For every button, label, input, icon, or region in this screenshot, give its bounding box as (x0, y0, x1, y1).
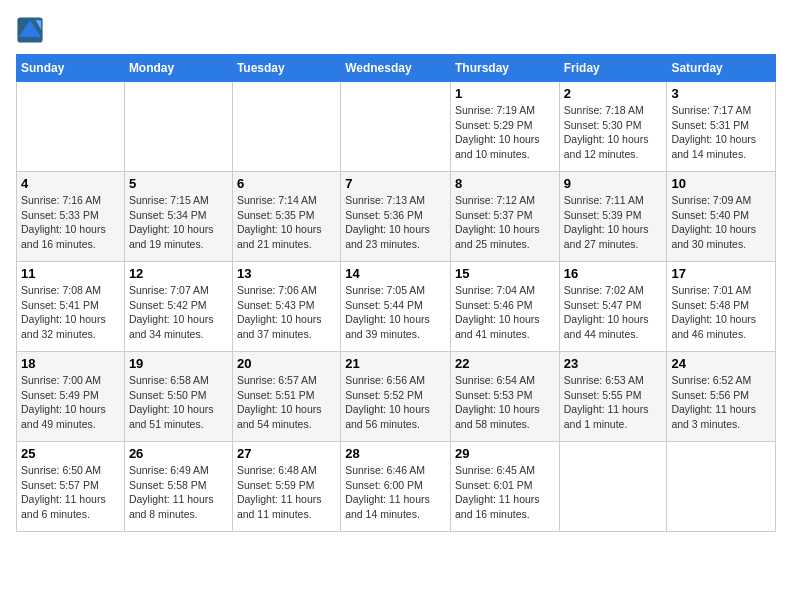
day-number: 21 (345, 356, 446, 371)
day-info: Sunrise: 7:18 AMSunset: 5:30 PMDaylight:… (564, 103, 663, 162)
calendar-cell: 20Sunrise: 6:57 AMSunset: 5:51 PMDayligh… (232, 352, 340, 442)
day-info: Sunrise: 6:48 AMSunset: 5:59 PMDaylight:… (237, 463, 336, 522)
calendar-week-4: 18Sunrise: 7:00 AMSunset: 5:49 PMDayligh… (17, 352, 776, 442)
day-info: Sunrise: 7:17 AMSunset: 5:31 PMDaylight:… (671, 103, 771, 162)
day-number: 18 (21, 356, 120, 371)
day-number: 3 (671, 86, 771, 101)
calendar-cell (124, 82, 232, 172)
calendar-cell: 3Sunrise: 7:17 AMSunset: 5:31 PMDaylight… (667, 82, 776, 172)
day-info: Sunrise: 7:13 AMSunset: 5:36 PMDaylight:… (345, 193, 446, 252)
calendar-cell: 25Sunrise: 6:50 AMSunset: 5:57 PMDayligh… (17, 442, 125, 532)
day-number: 5 (129, 176, 228, 191)
day-info: Sunrise: 6:58 AMSunset: 5:50 PMDaylight:… (129, 373, 228, 432)
day-number: 24 (671, 356, 771, 371)
day-number: 17 (671, 266, 771, 281)
day-info: Sunrise: 7:14 AMSunset: 5:35 PMDaylight:… (237, 193, 336, 252)
day-info: Sunrise: 7:08 AMSunset: 5:41 PMDaylight:… (21, 283, 120, 342)
day-info: Sunrise: 7:04 AMSunset: 5:46 PMDaylight:… (455, 283, 555, 342)
calendar-table: SundayMondayTuesdayWednesdayThursdayFrid… (16, 54, 776, 532)
calendar-cell: 15Sunrise: 7:04 AMSunset: 5:46 PMDayligh… (450, 262, 559, 352)
calendar-cell: 27Sunrise: 6:48 AMSunset: 5:59 PMDayligh… (232, 442, 340, 532)
calendar-cell: 4Sunrise: 7:16 AMSunset: 5:33 PMDaylight… (17, 172, 125, 262)
day-number: 20 (237, 356, 336, 371)
calendar-week-1: 1Sunrise: 7:19 AMSunset: 5:29 PMDaylight… (17, 82, 776, 172)
day-number: 4 (21, 176, 120, 191)
calendar-cell (559, 442, 667, 532)
day-info: Sunrise: 7:05 AMSunset: 5:44 PMDaylight:… (345, 283, 446, 342)
day-info: Sunrise: 7:02 AMSunset: 5:47 PMDaylight:… (564, 283, 663, 342)
day-info: Sunrise: 6:45 AMSunset: 6:01 PMDaylight:… (455, 463, 555, 522)
calendar-cell (341, 82, 451, 172)
calendar-cell: 29Sunrise: 6:45 AMSunset: 6:01 PMDayligh… (450, 442, 559, 532)
calendar-cell: 23Sunrise: 6:53 AMSunset: 5:55 PMDayligh… (559, 352, 667, 442)
col-header-monday: Monday (124, 55, 232, 82)
day-number: 12 (129, 266, 228, 281)
day-info: Sunrise: 7:19 AMSunset: 5:29 PMDaylight:… (455, 103, 555, 162)
calendar-cell: 2Sunrise: 7:18 AMSunset: 5:30 PMDaylight… (559, 82, 667, 172)
day-info: Sunrise: 7:01 AMSunset: 5:48 PMDaylight:… (671, 283, 771, 342)
day-info: Sunrise: 7:16 AMSunset: 5:33 PMDaylight:… (21, 193, 120, 252)
calendar-cell: 14Sunrise: 7:05 AMSunset: 5:44 PMDayligh… (341, 262, 451, 352)
day-number: 19 (129, 356, 228, 371)
calendar-cell: 8Sunrise: 7:12 AMSunset: 5:37 PMDaylight… (450, 172, 559, 262)
calendar-cell: 11Sunrise: 7:08 AMSunset: 5:41 PMDayligh… (17, 262, 125, 352)
col-header-saturday: Saturday (667, 55, 776, 82)
calendar-cell: 17Sunrise: 7:01 AMSunset: 5:48 PMDayligh… (667, 262, 776, 352)
day-info: Sunrise: 6:57 AMSunset: 5:51 PMDaylight:… (237, 373, 336, 432)
calendar-cell: 18Sunrise: 7:00 AMSunset: 5:49 PMDayligh… (17, 352, 125, 442)
day-number: 29 (455, 446, 555, 461)
calendar-cell (232, 82, 340, 172)
day-number: 27 (237, 446, 336, 461)
calendar-cell: 10Sunrise: 7:09 AMSunset: 5:40 PMDayligh… (667, 172, 776, 262)
day-info: Sunrise: 6:52 AMSunset: 5:56 PMDaylight:… (671, 373, 771, 432)
day-info: Sunrise: 7:09 AMSunset: 5:40 PMDaylight:… (671, 193, 771, 252)
day-info: Sunrise: 7:11 AMSunset: 5:39 PMDaylight:… (564, 193, 663, 252)
calendar-cell: 12Sunrise: 7:07 AMSunset: 5:42 PMDayligh… (124, 262, 232, 352)
calendar-cell: 13Sunrise: 7:06 AMSunset: 5:43 PMDayligh… (232, 262, 340, 352)
page-header (16, 16, 776, 44)
calendar-cell: 26Sunrise: 6:49 AMSunset: 5:58 PMDayligh… (124, 442, 232, 532)
calendar-cell (667, 442, 776, 532)
day-number: 26 (129, 446, 228, 461)
calendar-cell: 5Sunrise: 7:15 AMSunset: 5:34 PMDaylight… (124, 172, 232, 262)
calendar-week-5: 25Sunrise: 6:50 AMSunset: 5:57 PMDayligh… (17, 442, 776, 532)
calendar-week-2: 4Sunrise: 7:16 AMSunset: 5:33 PMDaylight… (17, 172, 776, 262)
day-number: 15 (455, 266, 555, 281)
day-info: Sunrise: 7:00 AMSunset: 5:49 PMDaylight:… (21, 373, 120, 432)
calendar-cell: 9Sunrise: 7:11 AMSunset: 5:39 PMDaylight… (559, 172, 667, 262)
calendar-cell: 22Sunrise: 6:54 AMSunset: 5:53 PMDayligh… (450, 352, 559, 442)
calendar-cell: 19Sunrise: 6:58 AMSunset: 5:50 PMDayligh… (124, 352, 232, 442)
day-number: 23 (564, 356, 663, 371)
calendar-cell: 7Sunrise: 7:13 AMSunset: 5:36 PMDaylight… (341, 172, 451, 262)
day-number: 22 (455, 356, 555, 371)
calendar-cell: 21Sunrise: 6:56 AMSunset: 5:52 PMDayligh… (341, 352, 451, 442)
day-info: Sunrise: 6:54 AMSunset: 5:53 PMDaylight:… (455, 373, 555, 432)
col-header-thursday: Thursday (450, 55, 559, 82)
day-number: 16 (564, 266, 663, 281)
day-info: Sunrise: 7:12 AMSunset: 5:37 PMDaylight:… (455, 193, 555, 252)
col-header-friday: Friday (559, 55, 667, 82)
day-info: Sunrise: 6:50 AMSunset: 5:57 PMDaylight:… (21, 463, 120, 522)
day-info: Sunrise: 7:15 AMSunset: 5:34 PMDaylight:… (129, 193, 228, 252)
day-number: 13 (237, 266, 336, 281)
calendar-cell: 1Sunrise: 7:19 AMSunset: 5:29 PMDaylight… (450, 82, 559, 172)
logo-icon (16, 16, 44, 44)
day-number: 10 (671, 176, 771, 191)
day-info: Sunrise: 6:56 AMSunset: 5:52 PMDaylight:… (345, 373, 446, 432)
day-info: Sunrise: 7:06 AMSunset: 5:43 PMDaylight:… (237, 283, 336, 342)
day-number: 11 (21, 266, 120, 281)
logo (16, 16, 48, 44)
day-number: 1 (455, 86, 555, 101)
day-number: 14 (345, 266, 446, 281)
day-number: 25 (21, 446, 120, 461)
calendar-cell: 24Sunrise: 6:52 AMSunset: 5:56 PMDayligh… (667, 352, 776, 442)
col-header-tuesday: Tuesday (232, 55, 340, 82)
calendar-header-row: SundayMondayTuesdayWednesdayThursdayFrid… (17, 55, 776, 82)
day-number: 9 (564, 176, 663, 191)
day-info: Sunrise: 6:53 AMSunset: 5:55 PMDaylight:… (564, 373, 663, 432)
day-number: 6 (237, 176, 336, 191)
calendar-cell: 6Sunrise: 7:14 AMSunset: 5:35 PMDaylight… (232, 172, 340, 262)
calendar-cell: 28Sunrise: 6:46 AMSunset: 6:00 PMDayligh… (341, 442, 451, 532)
col-header-sunday: Sunday (17, 55, 125, 82)
col-header-wednesday: Wednesday (341, 55, 451, 82)
